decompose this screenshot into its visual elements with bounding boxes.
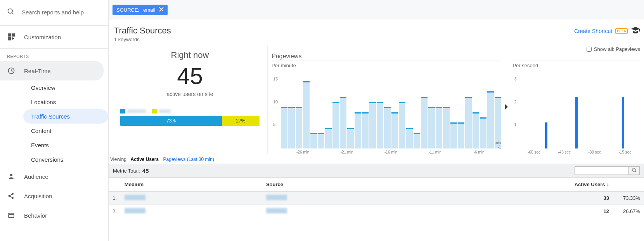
cell-count: 12 xyxy=(404,205,613,218)
sidebar-sub-overview[interactable]: Overview xyxy=(23,80,108,95)
bar xyxy=(622,97,624,148)
table-header-row: Medium Source Active Users↓ xyxy=(109,178,644,192)
bar xyxy=(414,133,420,148)
split-legend xyxy=(120,109,267,114)
bar xyxy=(406,128,413,148)
table-search-button[interactable] xyxy=(629,166,640,175)
bar xyxy=(450,122,457,148)
chevron-right-icon[interactable] xyxy=(504,104,509,111)
sidebar-sub-locations[interactable]: Locations xyxy=(23,95,108,109)
sources-table: Medium Source Active Users↓ 1.3373.33%2.… xyxy=(109,178,644,218)
beta-badge: BETA xyxy=(615,28,628,34)
metric-label: Metric Total: xyxy=(113,168,140,174)
behavior-icon xyxy=(7,211,16,220)
bar xyxy=(310,133,317,148)
sidebar-sub-events[interactable]: Events xyxy=(23,138,108,152)
search-icon xyxy=(7,8,15,17)
bar xyxy=(465,97,472,148)
svg-point-19 xyxy=(632,168,635,171)
sidebar-realtime[interactable]: Real-Time xyxy=(0,61,104,80)
page-subtitle: 1 keywords xyxy=(114,37,171,42)
sidebar-label: Real-Time xyxy=(24,68,51,74)
bar xyxy=(443,107,450,148)
table-search xyxy=(575,166,640,175)
bar xyxy=(384,107,391,148)
row-index: 2. xyxy=(109,205,121,218)
x-axis-end: min -1 xyxy=(495,141,501,149)
sidebar-label: Audience xyxy=(24,173,48,180)
col-source[interactable]: Source xyxy=(262,178,404,192)
swatch-icon xyxy=(120,109,125,114)
charts-title: Pageviews xyxy=(272,53,640,60)
sidebar-sub-content[interactable]: Content xyxy=(23,124,108,138)
chip-value: email xyxy=(143,7,155,13)
cell-source xyxy=(262,192,404,205)
svg-line-20 xyxy=(635,171,636,172)
sidebar-sub-conversions[interactable]: Conversions xyxy=(23,152,108,167)
search-input[interactable] xyxy=(22,9,92,16)
svg-rect-4 xyxy=(8,37,11,40)
bar xyxy=(347,128,354,148)
bar xyxy=(391,112,398,148)
cell-count: 33 xyxy=(404,192,613,205)
bar xyxy=(325,128,332,148)
chart-bars xyxy=(519,71,640,148)
bar xyxy=(281,107,287,148)
y-axis: 15 10 5 xyxy=(273,71,281,142)
bar xyxy=(421,97,428,148)
x-axis: -26 min-21 min-16 min-11 min-6 min xyxy=(272,150,501,154)
col-active-users[interactable]: Active Users↓ xyxy=(404,178,613,192)
bar xyxy=(473,112,479,148)
swatch-icon xyxy=(152,109,157,114)
title-block: Traffic Sources 1 keywords xyxy=(114,26,171,42)
showall-checkbox[interactable] xyxy=(587,47,592,52)
sidebar-acquisition[interactable]: Acquisition xyxy=(0,186,108,206)
showall-label: Show all: Pageviews xyxy=(594,46,640,52)
bar xyxy=(296,107,302,148)
viewing-active-users[interactable]: Active Users xyxy=(130,157,159,162)
main-content: SOURCE: email Traffic Sources 1 keywords… xyxy=(109,0,644,241)
viewing-row: Viewing: Active Users Pageviews (Last 30… xyxy=(109,154,644,164)
svg-rect-6 xyxy=(12,37,13,40)
sidebar-sub-traffic-sources[interactable]: Traffic Sources xyxy=(23,109,108,124)
svg-line-12 xyxy=(10,194,12,196)
reports-heading: REPORTS xyxy=(0,50,108,61)
bar xyxy=(436,107,442,148)
svg-marker-18 xyxy=(505,104,508,110)
bar xyxy=(340,97,346,148)
bar xyxy=(480,117,486,148)
right-now-label: Right now xyxy=(113,50,267,60)
sidebar-customization[interactable]: Customization xyxy=(0,27,108,47)
table-row[interactable]: 1.3373.33% xyxy=(109,192,644,205)
split-seg-b: 27% xyxy=(222,116,260,126)
svg-point-0 xyxy=(8,9,13,14)
table-row[interactable]: 2.1226.67% xyxy=(109,205,644,218)
bar xyxy=(332,102,339,148)
col-medium[interactable]: Medium xyxy=(121,178,262,192)
close-icon[interactable] xyxy=(159,7,164,13)
create-shortcut-button[interactable]: Create Shortcut BETA xyxy=(574,26,640,36)
sidebar-audience[interactable]: Audience xyxy=(0,167,108,186)
per-minute-chart: Per minute 15 10 5 min -1 -26 min-21 min… xyxy=(272,61,501,154)
split-bar: 73% 27% xyxy=(120,116,260,126)
sidebar-label: Acquisition xyxy=(24,193,52,199)
bar xyxy=(377,102,383,148)
metric-bar: Metric Total: 45 xyxy=(109,164,644,178)
bar xyxy=(575,97,578,148)
cell-pct: 73.33% xyxy=(613,192,644,205)
cell-pct: 26.67% xyxy=(613,205,644,218)
right-now-panel: Right now 45 active users on site 73% 27… xyxy=(113,46,268,154)
cell-source xyxy=(262,205,404,218)
svg-point-8 xyxy=(10,174,12,176)
viewing-label: Viewing: xyxy=(110,157,128,162)
bar xyxy=(288,107,295,148)
table-search-input[interactable] xyxy=(575,166,629,175)
filter-chip-source[interactable]: SOURCE: email xyxy=(113,5,168,15)
sidebar-behavior[interactable]: Behavior xyxy=(0,206,108,225)
row-index: 1. xyxy=(109,192,121,205)
page-title: Traffic Sources xyxy=(114,26,171,36)
svg-line-1 xyxy=(12,13,14,14)
viewing-pageviews[interactable]: Pageviews (Last 30 min) xyxy=(163,157,214,162)
showall-row: Show all: Pageviews xyxy=(272,46,640,52)
graduation-cap-icon[interactable] xyxy=(631,26,640,36)
